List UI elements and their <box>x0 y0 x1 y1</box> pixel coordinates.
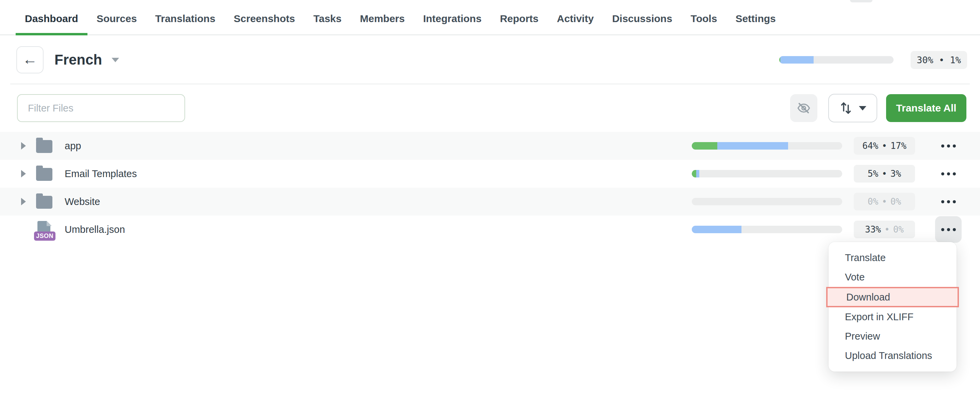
language-dropdown-caret-icon[interactable] <box>111 58 119 62</box>
approved-percent: 3% <box>891 168 901 179</box>
approved-progress-segment <box>692 142 717 149</box>
row-actions-context-menu: Translate Vote Download Export in XLIFF … <box>829 242 956 371</box>
approved-percent: 0% <box>891 197 901 207</box>
file-row-email-templates[interactable]: Email Templates 5% • 3% <box>0 160 980 188</box>
translated-percent: 5% <box>868 168 878 179</box>
tab-members[interactable]: Members <box>351 0 414 35</box>
folder-icon <box>36 196 52 209</box>
language-header: ← French 30% • 1% <box>0 35 980 84</box>
tab-dashboard[interactable]: Dashboard <box>16 0 88 35</box>
approved-percent: 1% <box>950 55 961 65</box>
expand-caret-icon[interactable] <box>21 198 26 205</box>
hide-completed-button[interactable] <box>790 94 817 122</box>
language-progress-badge: 30% • 1% <box>911 51 967 69</box>
file-progress-bar <box>692 226 842 233</box>
back-arrow-icon: ← <box>22 52 37 67</box>
folder-icon <box>36 168 52 181</box>
tab-reports[interactable]: Reports <box>491 0 547 35</box>
files-toolbar: Translate All <box>0 84 980 122</box>
folder-icon <box>36 140 52 153</box>
file-row-app[interactable]: app 64% • 17% <box>0 132 980 160</box>
json-file-icon: JSON <box>36 221 52 239</box>
page-title: French <box>54 52 102 68</box>
file-progress-badge: 0% • 0% <box>854 193 915 210</box>
file-progress-badge: 5% • 3% <box>854 165 915 182</box>
translated-progress-segment <box>717 142 788 149</box>
file-progress-bar <box>692 142 842 149</box>
sort-dropdown-caret-icon <box>859 106 866 111</box>
tab-tools[interactable]: Tools <box>682 0 727 35</box>
translated-percent: 33% <box>865 224 881 235</box>
file-name[interactable]: Umbrella.json <box>65 224 125 235</box>
eye-off-icon <box>797 101 811 115</box>
file-progress-badge: 33% • 0% <box>854 221 915 238</box>
file-row-website[interactable]: Website 0% • 0% <box>0 188 980 216</box>
sort-arrows-icon <box>839 101 853 116</box>
translated-percent: 30% <box>917 55 933 65</box>
file-name[interactable]: Website <box>65 196 100 207</box>
row-actions-button-active[interactable] <box>935 216 962 243</box>
tab-integrations[interactable]: Integrations <box>414 0 491 35</box>
menu-item-upload-translations[interactable]: Upload Translations <box>829 346 956 365</box>
file-name[interactable]: app <box>65 140 81 152</box>
approved-progress-segment <box>692 170 696 178</box>
badge-separator: • <box>885 224 890 235</box>
row-actions-button[interactable] <box>935 160 962 187</box>
translate-all-button[interactable]: Translate All <box>886 94 966 122</box>
badge-separator: • <box>939 55 944 65</box>
tab-screenshots[interactable]: Screenshots <box>224 0 304 35</box>
filter-files-input[interactable] <box>17 94 185 122</box>
badge-separator: • <box>882 141 887 151</box>
ellipsis-icon <box>941 172 944 175</box>
project-nav: Dashboard Sources Translations Screensho… <box>0 0 980 35</box>
project-files-page: Dashboard Sources Translations Screensho… <box>0 0 980 395</box>
sort-button[interactable] <box>828 94 877 122</box>
ellipsis-icon <box>941 200 944 203</box>
tab-translations[interactable]: Translations <box>146 0 224 35</box>
ellipsis-icon <box>941 228 944 231</box>
tab-settings[interactable]: Settings <box>726 0 785 35</box>
translated-progress-segment <box>780 56 813 63</box>
tab-discussions[interactable]: Discussions <box>603 0 682 35</box>
file-row-umbrella-json[interactable]: JSON Umbrella.json 33% • 0% <box>0 216 980 243</box>
ellipsis-icon <box>941 144 944 148</box>
file-progress-bar <box>692 170 842 178</box>
badge-separator: • <box>882 197 887 207</box>
back-button[interactable]: ← <box>16 46 43 73</box>
translated-percent: 64% <box>862 141 878 151</box>
file-name[interactable]: Email Templates <box>65 168 137 179</box>
row-actions-button[interactable] <box>935 188 962 215</box>
expand-caret-icon[interactable] <box>21 170 26 178</box>
menu-item-download[interactable]: Download <box>826 287 959 307</box>
translated-progress-segment <box>692 226 741 233</box>
file-progress-badge: 64% • 17% <box>854 137 915 155</box>
expand-caret-icon[interactable] <box>21 142 26 149</box>
approved-percent: 0% <box>893 224 904 235</box>
translated-progress-segment <box>696 170 699 178</box>
tab-tasks[interactable]: Tasks <box>304 0 351 35</box>
approved-percent: 17% <box>891 141 907 151</box>
tab-activity[interactable]: Activity <box>548 0 603 35</box>
file-list: app 64% • 17% Email Templates <box>0 132 980 243</box>
language-progress-bar <box>779 56 894 63</box>
file-progress-bar <box>692 198 842 205</box>
menu-item-vote[interactable]: Vote <box>829 268 956 287</box>
json-file-type-tag: JSON <box>34 232 56 241</box>
menu-item-preview[interactable]: Preview <box>829 327 956 346</box>
tab-sources[interactable]: Sources <box>88 0 146 35</box>
menu-item-export-in-xliff[interactable]: Export in XLIFF <box>829 307 956 327</box>
row-actions-button[interactable] <box>935 133 962 159</box>
translated-percent: 0% <box>868 197 878 207</box>
badge-separator: • <box>882 168 887 179</box>
menu-item-translate[interactable]: Translate <box>829 248 956 268</box>
cut-off-element <box>850 0 872 2</box>
